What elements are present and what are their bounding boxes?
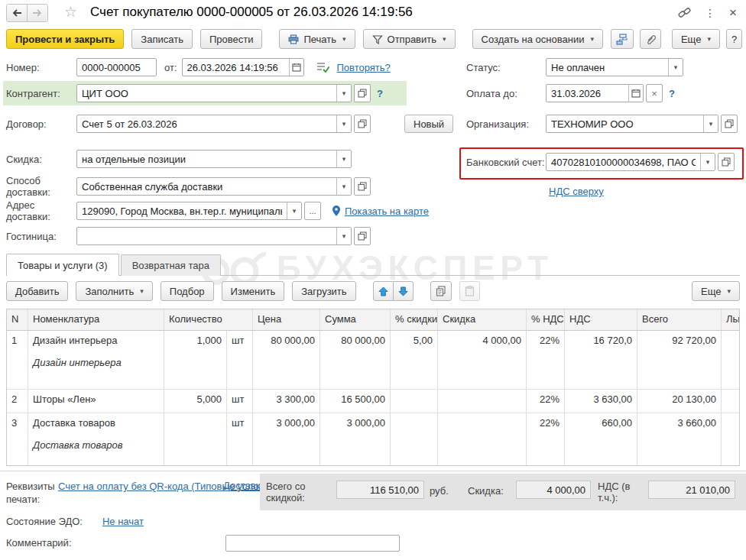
- delivery-method-field[interactable]: ▾: [76, 177, 352, 196]
- discount-total-label: Скидка:: [468, 485, 504, 497]
- row3-price: 3 000,00: [253, 413, 320, 465]
- items-more-label: Еще: [701, 286, 721, 297]
- col-discount-pct[interactable]: % скидки: [391, 309, 438, 330]
- col-vat[interactable]: НДС: [565, 309, 637, 330]
- contract-dropdown-button[interactable]: ▾: [336, 115, 351, 132]
- date-calendar-button[interactable]: [289, 59, 303, 76]
- arrow-down-icon: [398, 286, 408, 296]
- copy-button[interactable]: [430, 281, 452, 301]
- pay-until-field[interactable]: [546, 84, 644, 102]
- vat-mode-link[interactable]: НДС сверху: [549, 186, 604, 197]
- delivery-address-ellipsis-button[interactable]: ...: [304, 202, 321, 220]
- row1-vat-pct: 22%: [527, 331, 565, 389]
- discount-input[interactable]: [77, 154, 336, 165]
- delivery-address-dropdown-button[interactable]: ▾: [287, 202, 301, 219]
- delivery-method-open-button[interactable]: [354, 177, 371, 196]
- show-on-map-link[interactable]: Показать на карте: [345, 206, 429, 217]
- col-vat-pct[interactable]: % НДС: [527, 309, 565, 330]
- table-row[interactable]: 3 Доставка товаров Доставка товаров шт 3…: [7, 413, 739, 465]
- row-status: Статус: ▾: [466, 58, 683, 76]
- row-delivery-method: Способ доставки: ▾: [6, 175, 371, 198]
- move-down-button[interactable]: [394, 281, 414, 301]
- bank-account-open-button[interactable]: [718, 153, 735, 171]
- delivery-address-label: Адрес доставки:: [6, 199, 76, 222]
- arrow-up-icon: [378, 286, 388, 296]
- hotel-field[interactable]: ▾: [76, 227, 352, 245]
- new-contract-button[interactable]: Новый: [404, 115, 453, 133]
- organization-open-button[interactable]: [721, 115, 738, 133]
- hotel-dropdown-button[interactable]: ▾: [336, 228, 351, 244]
- status-field[interactable]: ▾: [546, 58, 683, 76]
- items-table-header: N Номенклатура Количество Цена Сумма % с…: [7, 309, 739, 331]
- row1-total: 92 720,00: [637, 331, 722, 389]
- discount-dropdown-button[interactable]: ▾: [336, 151, 351, 167]
- counterparty-input[interactable]: [77, 88, 336, 99]
- counterparty-open-button[interactable]: [354, 84, 371, 102]
- row2-price: 3 300,00: [253, 390, 320, 413]
- date-field[interactable]: [182, 58, 304, 76]
- organization-input[interactable]: [547, 118, 703, 130]
- counterparty-dropdown-button[interactable]: ▾: [336, 85, 351, 102]
- status-dropdown-button[interactable]: ▾: [668, 59, 683, 76]
- col-total[interactable]: Всего: [637, 309, 722, 330]
- table-row[interactable]: 2 Шторы «Лен» 5,000 шт 3 300,00 16 500,0…: [7, 390, 739, 413]
- fill-button[interactable]: Заполнить ▾: [76, 281, 152, 301]
- tab-returnable-packaging[interactable]: Возвратная тара: [121, 254, 221, 276]
- row2-qty: 5,000: [164, 390, 227, 413]
- col-sum[interactable]: Сумма: [320, 309, 391, 330]
- edo-status-link[interactable]: Не начат: [102, 516, 144, 527]
- col-quantity[interactable]: Количество: [164, 309, 253, 330]
- load-button[interactable]: Загрузить: [292, 281, 355, 301]
- bank-account-field[interactable]: ▾: [546, 153, 715, 171]
- counterparty-help-icon[interactable]: ?: [377, 88, 383, 99]
- col-nomenclature[interactable]: Номенклатура: [28, 309, 164, 330]
- row2-total: 20 130,00: [637, 390, 722, 413]
- move-up-button[interactable]: [373, 281, 394, 301]
- pay-until-calendar-button[interactable]: [628, 85, 643, 102]
- discount-total-value: 4 000,00: [516, 481, 591, 499]
- delivery-method-dropdown-button[interactable]: ▾: [336, 178, 351, 195]
- delivery-address-field[interactable]: ▾: [76, 202, 302, 220]
- comment-input[interactable]: [225, 535, 400, 552]
- bank-account-input[interactable]: [547, 157, 700, 168]
- row3-total: 3 660,00: [637, 413, 722, 465]
- organization-dropdown-button[interactable]: ▾: [703, 115, 718, 132]
- items-more-button[interactable]: Еще ▾: [692, 281, 740, 301]
- contract-field[interactable]: ▾: [76, 115, 352, 133]
- open-form-icon: [722, 157, 731, 167]
- organization-field[interactable]: ▾: [546, 115, 718, 133]
- discount-field[interactable]: ▾: [76, 150, 352, 168]
- hotel-input[interactable]: [77, 231, 336, 242]
- bank-account-label: Банковский счет:: [466, 157, 546, 168]
- number-field[interactable]: [76, 58, 157, 76]
- hotel-open-button[interactable]: [354, 227, 371, 245]
- delivery-address-input[interactable]: [77, 206, 287, 217]
- counterparty-field[interactable]: ▾: [76, 84, 352, 102]
- edit-button[interactable]: Изменить: [222, 281, 285, 301]
- col-discount[interactable]: Скидка: [438, 309, 527, 330]
- tab-goods-services[interactable]: Товары и услуги (3): [6, 254, 119, 276]
- date-input[interactable]: [183, 62, 289, 73]
- add-row-button[interactable]: Добавить: [6, 281, 68, 301]
- number-input[interactable]: [77, 62, 156, 73]
- col-price[interactable]: Цена: [253, 309, 320, 330]
- pay-until-clear-button[interactable]: ×: [646, 84, 663, 102]
- date-label: от:: [164, 62, 177, 73]
- repeat-link[interactable]: Повторять?: [337, 62, 391, 73]
- pay-until-input[interactable]: [547, 88, 628, 99]
- contract-open-button[interactable]: [354, 115, 371, 133]
- table-row[interactable]: 1 Дизайн интерьера Дизайн интерьера 1,00…: [7, 331, 739, 390]
- col-benefit[interactable]: Льгота п: [722, 309, 739, 330]
- pick-button[interactable]: Подбор: [161, 281, 214, 301]
- bank-account-dropdown-button[interactable]: ▾: [700, 154, 715, 170]
- pay-until-help-icon[interactable]: ?: [669, 88, 675, 99]
- col-n[interactable]: N: [7, 309, 28, 330]
- delivery-method-input[interactable]: [77, 181, 336, 193]
- row2-vat: 3 630,00: [565, 390, 637, 413]
- paste-button[interactable]: [459, 281, 480, 301]
- row1-price: 80 000,00: [253, 331, 320, 389]
- contract-input[interactable]: [77, 118, 336, 130]
- status-input[interactable]: [547, 62, 668, 73]
- recurring-icon[interactable]: [316, 62, 329, 73]
- status-label: Статус:: [466, 62, 546, 73]
